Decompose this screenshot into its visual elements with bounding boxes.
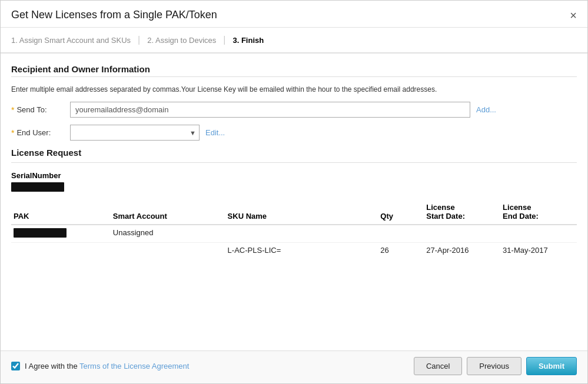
- serial-number-label: SerialNumber: [11, 171, 577, 180]
- end-user-label: * End User:: [11, 128, 64, 138]
- cell-end-date: [500, 225, 577, 243]
- add-button[interactable]: Add...: [476, 105, 496, 114]
- cancel-button[interactable]: Cancel: [414, 357, 462, 375]
- serial-number-value: [11, 182, 64, 192]
- edit-button[interactable]: Edit...: [205, 128, 225, 137]
- modal-body: Recipient and Owner Information Enter mu…: [1, 54, 587, 339]
- step-separator-1: |: [138, 35, 140, 45]
- close-icon[interactable]: ×: [570, 9, 577, 21]
- cell-pak-empty: [11, 243, 111, 258]
- license-divider: [11, 162, 577, 163]
- table-row-sku: L-AC-PLS-LIC= 26 27-Apr-2016 31-May-2017: [11, 243, 577, 258]
- cell-sku-name-value: L-AC-PLS-LIC=: [225, 243, 378, 258]
- end-user-select[interactable]: [70, 125, 200, 141]
- cell-sku-name: [225, 225, 378, 243]
- wizard-step-3: 3. Finish: [232, 36, 264, 45]
- previous-button[interactable]: Previous: [467, 357, 521, 375]
- wizard-steps: 1. Assign Smart Account and SKUs | 2. As…: [1, 28, 587, 54]
- cell-start-date: [424, 225, 500, 243]
- required-star-end-user: *: [11, 128, 14, 138]
- pak-value-redacted: [14, 228, 67, 238]
- footer-left: I Agree with the Terms of the License Ag…: [11, 362, 189, 370]
- col-header-qty: Qty: [378, 199, 424, 225]
- col-header-pak: PAK: [11, 199, 111, 225]
- license-table: PAK Smart Account SKU Name Qty LicenseSt…: [11, 199, 577, 258]
- cell-end-date-value: 31-May-2017: [500, 243, 577, 258]
- modal-header: Get New Licenses from a Single PAK/Token…: [1, 1, 587, 28]
- col-header-end-date: LicenseEnd Date:: [500, 199, 577, 225]
- modal-title: Get New Licenses from a Single PAK/Token: [11, 9, 217, 21]
- cell-pak: [11, 225, 111, 243]
- license-section-title: License Request: [11, 148, 577, 158]
- cell-smart-account: Unassigned: [111, 225, 225, 243]
- license-section: License Request SerialNumber PAK Smart A…: [11, 148, 577, 258]
- wizard-step-2: 2. Assign to Devices: [147, 36, 216, 45]
- col-header-sku-name: SKU Name: [225, 199, 378, 225]
- cell-qty: [378, 225, 424, 243]
- cell-qty-value: 26: [378, 243, 424, 258]
- modal-container: Get New Licenses from a Single PAK/Token…: [0, 0, 588, 384]
- terms-link[interactable]: Terms of the License Agreement: [79, 362, 189, 370]
- agree-text: I Agree with the Terms of the License Ag…: [25, 362, 189, 370]
- recipient-description: Enter multiple email addresses separated…: [11, 85, 577, 94]
- col-header-smart-account: Smart Account: [111, 199, 225, 225]
- recipient-section: Recipient and Owner Information Enter mu…: [11, 64, 577, 141]
- table-row: Unassigned: [11, 225, 577, 243]
- end-user-dropdown-container: ▼: [70, 125, 200, 141]
- cell-start-date-value: 27-Apr-2016: [424, 243, 500, 258]
- agree-checkbox[interactable]: [11, 362, 20, 370]
- modal-footer: I Agree with the Terms of the License Ag…: [1, 350, 587, 383]
- footer-right: Cancel Previous Submit: [414, 357, 577, 375]
- end-user-row: * End User: ▼ Edit...: [11, 125, 577, 141]
- send-to-label: * Send To:: [11, 105, 64, 115]
- send-to-row: * Send To: Add...: [11, 102, 577, 118]
- step-separator-2: |: [223, 35, 225, 45]
- submit-button[interactable]: Submit: [526, 357, 577, 375]
- col-header-start-date: LicenseStart Date:: [424, 199, 500, 225]
- cell-smart-account-empty: [111, 243, 225, 258]
- send-to-input[interactable]: [70, 102, 470, 118]
- required-star-send-to: *: [11, 105, 14, 115]
- wizard-step-1: 1. Assign Smart Account and SKUs: [11, 36, 131, 45]
- recipient-divider: [11, 76, 577, 77]
- recipient-section-title: Recipient and Owner Information: [11, 64, 577, 74]
